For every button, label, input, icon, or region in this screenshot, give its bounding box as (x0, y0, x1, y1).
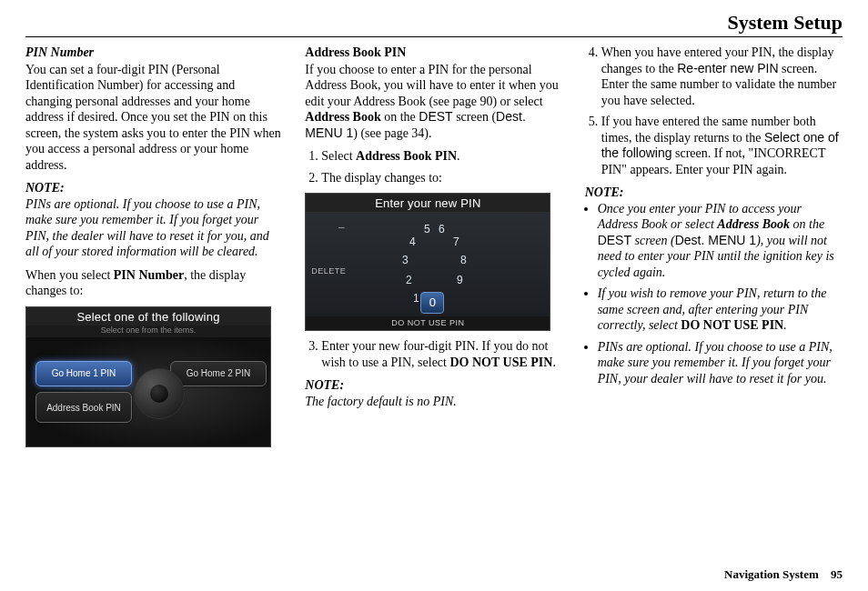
dial-5[interactable]: 5 (420, 223, 433, 236)
note-label: NOTE: (25, 180, 283, 196)
pin-number-heading: PIN Number (25, 45, 283, 61)
column-3: When you have entered your PIN, the disp… (585, 45, 843, 447)
go-home-1-pin-button[interactable]: Go Home 1 PIN (35, 361, 132, 386)
step-5: If you have entered the same number both… (601, 114, 843, 177)
dial-0-selected[interactable]: 0 (420, 292, 444, 314)
note-bullets: Once you enter your PIN to access your A… (585, 201, 843, 387)
note-factory-default: The factory default is no PIN. (305, 394, 562, 410)
screenshot-select-one: Select one of the following Select one f… (25, 306, 271, 448)
address-book-pin-heading: Address Book PIN (305, 45, 562, 61)
step-2: The display changes to: (321, 170, 562, 186)
column-1: PIN Number You can set a four-digit PIN … (25, 45, 283, 447)
manual-page: System Setup PIN Number You can set a fo… (0, 0, 868, 591)
number-dial[interactable]: 5 6 4 7 3 8 2 9 1 0 (382, 223, 482, 323)
note-bullet-2: If you wish to remove your PIN, return t… (598, 285, 843, 334)
pin-number-intro: You can set a four-digit PIN (Personal I… (25, 62, 283, 174)
steps-list: Select Address Book PIN. The display cha… (305, 148, 562, 185)
page-header: System Setup (25, 11, 843, 36)
note-label: NOTE: (305, 377, 562, 394)
step-4: When you have entered your PIN, the disp… (601, 45, 843, 108)
select-pin-lead: When you select PIN Number, the display … (25, 267, 283, 299)
dial-9[interactable]: 9 (453, 274, 466, 287)
page-number: 95 (831, 567, 843, 581)
step-3: Enter your new four-digit PIN. If you do… (321, 338, 562, 370)
page-footer: Navigation System 95 (724, 567, 843, 582)
screen-body: Go Home 1 PIN Go Home 2 PIN Address Book… (26, 337, 270, 446)
note-body: PINs are optional. If you choose to use … (25, 196, 283, 260)
column-2: Address Book PIN If you choose to enter … (305, 45, 562, 447)
dial-7[interactable]: 7 (449, 235, 462, 249)
footer-label: Navigation System (724, 567, 819, 581)
go-home-2-pin-button[interactable]: Go Home 2 PIN (170, 361, 267, 386)
dial-4[interactable]: 4 (406, 235, 419, 249)
address-book-pin-intro: If you choose to enter a PIN for the per… (305, 62, 562, 142)
note-bullet-1: Once you enter your PIN to access your A… (598, 201, 843, 281)
step-1: Select Address Book PIN. (321, 148, 562, 165)
screen-title: Enter your new PIN (306, 194, 550, 212)
dial-6[interactable]: 6 (435, 223, 448, 236)
header-rule (25, 36, 843, 37)
note-bullet-3: PINs are optional. If you choose to use … (598, 339, 843, 387)
rotary-knob-icon (134, 368, 185, 419)
steps-list-cont: Enter your new four-digit PIN. If you do… (305, 338, 562, 370)
dial-2[interactable]: 2 (402, 274, 415, 287)
dial-8[interactable]: 8 (457, 254, 469, 267)
content-columns: PIN Number You can set a four-digit PIN … (25, 45, 843, 447)
dial-3[interactable]: 3 (399, 254, 411, 267)
address-book-pin-button[interactable]: Address Book PIN (35, 392, 132, 423)
steps-list-cont2: When you have entered your PIN, the disp… (585, 45, 843, 177)
note-label: NOTE: (585, 185, 843, 201)
do-not-use-pin-button[interactable]: DO NOT USE PIN (306, 316, 550, 330)
screen-body: _ DELETE 5 6 4 7 3 8 2 9 1 0 DO NOT US (306, 212, 550, 330)
delete-button[interactable]: DELETE (311, 266, 346, 276)
pin-cursor: _ (338, 217, 344, 230)
screen-subtitle: Select one from the items. (26, 326, 270, 337)
screenshot-enter-pin: Enter your new PIN _ DELETE 5 6 4 7 3 8 … (305, 193, 550, 331)
screen-title: Select one of the following (26, 307, 270, 326)
